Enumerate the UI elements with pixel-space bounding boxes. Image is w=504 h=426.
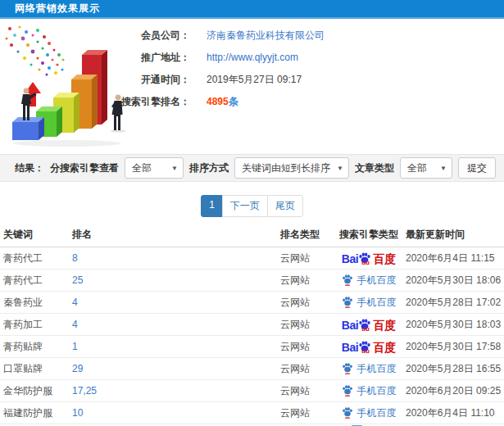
updated-cell: 2020年5月30日 18:03 (406, 318, 504, 332)
page-title: 网络营销效果展示 (15, 2, 100, 16)
rank-link[interactable]: 4 (72, 297, 280, 308)
baidu-logo-du: du (361, 326, 370, 333)
article-type-select[interactable]: 全部 ▼ (400, 157, 452, 179)
ranking-table: 关键词 排名 排名类型 搜索引擎类型 最新更新时间 膏药代工8云网站Baidu百… (0, 223, 504, 426)
rank-type-cell: 云网站 (280, 252, 332, 265)
keyword-cell: 口罩贴牌 (3, 362, 72, 376)
mobile-baidu-link[interactable]: 手机百度 (342, 296, 397, 310)
engine-cell: 手机百度 (332, 296, 406, 310)
baidu-logo[interactable]: Baidu百度 (342, 318, 396, 331)
rank-type-cell: 云网站 (280, 384, 332, 398)
article-type-selected: 全部 (407, 162, 427, 174)
rank-type-cell: 云网站 (280, 296, 332, 310)
baidu-logo-cn: 百度 (373, 342, 396, 353)
engine-cell: Baidu百度 (332, 318, 406, 331)
promo-url-label: 推广地址： (0, 51, 190, 65)
sort-selected: 关键词由短到长排序 (242, 162, 330, 174)
engine-rank-count: 4895 (207, 96, 229, 107)
rank-link[interactable]: 1 (72, 341, 280, 352)
engine-cell: 手机百度 (332, 384, 406, 398)
member-company-label: 会员公司： (0, 29, 190, 43)
rank-link[interactable]: 25 (72, 274, 280, 286)
rank-link[interactable]: 10 (72, 407, 280, 419)
promo-url-link[interactable]: http://www.qlyyjt.com (207, 52, 298, 63)
engine-cell: 手机百度 (332, 406, 406, 420)
filter-bar: 结果： 分搜索引擎查看 全部 ▼ 排序方式 关键词由短到长排序 ▼ 文章类型 全… (0, 154, 504, 182)
baidu-logo-cn: 百度 (373, 253, 396, 265)
baidu-logo-bai: Bai (342, 342, 358, 353)
profile-section: 会员公司： 济南秦鲁药业科技有限公司 推广地址： http://www.qlyy… (0, 19, 504, 154)
updated-cell: 2020年5月28日 17:02 (406, 296, 504, 310)
last-page-button[interactable]: 尾页 (267, 195, 303, 217)
chevron-down-icon: ▼ (440, 158, 447, 179)
next-page-button[interactable]: 下一页 (222, 195, 268, 217)
engine-view-selected: 全部 (132, 162, 152, 174)
table-row: 膏药代工25云网站手机百度2020年5月30日 18:06 (0, 270, 504, 292)
bar-blue (12, 117, 44, 140)
open-time-row: 开通时间： 2019年5月27日 09:17 (0, 73, 504, 86)
col-updated: 最新更新时间 (406, 228, 504, 242)
chevron-down-icon: ▼ (337, 158, 343, 179)
mobile-baidu-link[interactable]: 手机百度 (342, 384, 397, 398)
mobile-baidu-link[interactable]: 手机百度 (342, 362, 397, 376)
sort-label: 排序方式 (189, 161, 229, 175)
mobile-baidu-paw-icon (342, 274, 353, 286)
chevron-down-icon: ▼ (171, 158, 178, 179)
promo-url-row: 推广地址： http://www.qlyyjt.com (0, 51, 504, 64)
table-row: 膏药贴牌1云网站Baidu百度2020年5月30日 17:58 (0, 336, 504, 358)
engine-view-label: 分搜索引擎查看 (50, 161, 119, 175)
member-company-link[interactable]: 济南秦鲁药业科技有限公司 (207, 29, 325, 43)
keyword-cell: 福建防护服 (3, 406, 72, 420)
baidu-logo-cn: 百度 (373, 320, 396, 331)
keyword-cell: 金华防护服 (3, 384, 72, 398)
engine-rank-label: 搜索引擎排名： (0, 95, 190, 109)
mobile-baidu-label: 手机百度 (357, 384, 397, 398)
keyword-cell: 膏药加工 (3, 318, 72, 332)
submit-button[interactable]: 提交 (458, 157, 496, 179)
updated-cell: 2020年5月30日 17:58 (406, 340, 504, 354)
table-row: 膏药代工8云网站Baidu百度2020年6月4日 11:15 (0, 247, 504, 270)
table-header: 关键词 排名 排名类型 搜索引擎类型 最新更新时间 (0, 223, 504, 247)
table-body: 膏药代工8云网站Baidu百度2020年6月4日 11:15膏药代工25云网站手… (0, 247, 504, 424)
mobile-baidu-link[interactable]: 手机百度 (342, 274, 397, 288)
sort-select[interactable]: 关键词由短到长排序 ▼ (234, 157, 349, 179)
pagination: 1 下一页 尾页 (0, 195, 504, 217)
updated-cell: 2020年5月28日 16:55 (406, 362, 504, 376)
col-engine-type: 搜索引擎类型 (332, 228, 406, 242)
result-section-label: 结果： (15, 161, 44, 175)
page: 网络营销效果展示 (0, 0, 504, 426)
col-keyword: 关键词 (3, 228, 72, 242)
table-row: 福建防护服10云网站手机百度2020年6月4日 11:10 (0, 402, 504, 424)
keyword-cell: 膏药代工 (3, 274, 72, 288)
engine-view-select[interactable]: 全部 ▼ (125, 157, 184, 179)
mobile-baidu-label: 手机百度 (357, 274, 397, 288)
filter-controls: 分搜索引擎查看 全部 ▼ 排序方式 关键词由短到长排序 ▼ 文章类型 全部 ▼ … (50, 157, 496, 179)
engine-cell: 手机百度 (332, 274, 406, 288)
mobile-baidu-paw-icon (342, 406, 353, 419)
baidu-logo-bai: Bai (342, 320, 358, 331)
updated-cell: 2020年6月4日 11:15 (406, 252, 504, 265)
rank-type-cell: 云网站 (280, 318, 332, 332)
baidu-logo[interactable]: Baidu百度 (342, 340, 396, 353)
member-company-row: 会员公司： 济南秦鲁药业科技有限公司 (0, 29, 504, 42)
rank-link[interactable]: 17,25 (72, 385, 280, 397)
table-row: 口罩贴牌29云网站手机百度2020年5月28日 16:55 (0, 358, 504, 380)
baidu-logo-bai: Bai (342, 253, 358, 265)
keyword-cell: 膏药贴牌 (3, 340, 72, 354)
rank-link[interactable]: 29 (72, 363, 280, 374)
engine-rank-row: 搜索引擎排名： 4895 条 (0, 95, 504, 108)
page-1-button[interactable]: 1 (201, 195, 223, 217)
baidu-logo-du: du (361, 260, 370, 266)
keyword-cell: 秦鲁药业 (3, 296, 72, 310)
rank-link[interactable]: 4 (72, 319, 280, 330)
updated-cell: 2020年6月20日 09:25 (406, 384, 504, 398)
baidu-logo[interactable]: Baidu百度 (342, 252, 396, 265)
open-time-label: 开通时间： (0, 73, 190, 87)
mobile-baidu-paw-icon (342, 362, 353, 374)
baidu-paw-icon: du (358, 318, 372, 332)
mobile-baidu-link[interactable]: 手机百度 (342, 406, 397, 420)
engine-rank-unit[interactable]: 条 (229, 95, 238, 109)
rank-link[interactable]: 8 (72, 252, 280, 264)
rank-type-cell: 云网站 (280, 362, 332, 376)
mobile-baidu-label: 手机百度 (357, 406, 397, 420)
